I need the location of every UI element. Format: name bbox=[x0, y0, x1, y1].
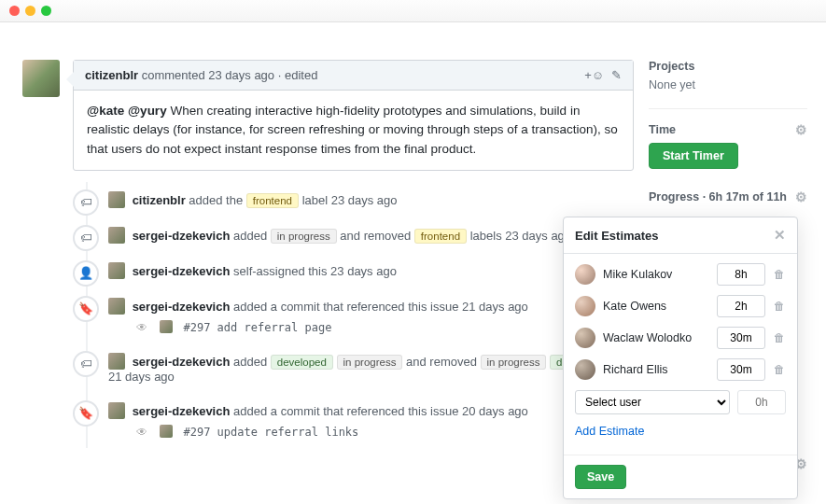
label-pill[interactable]: frontend bbox=[414, 229, 467, 244]
mention[interactable]: @yury bbox=[128, 104, 167, 118]
avatar[interactable] bbox=[575, 328, 595, 348]
time-label: Time bbox=[649, 123, 676, 136]
estimate-input[interactable] bbox=[717, 295, 765, 317]
close-icon[interactable]: ✕ bbox=[774, 227, 786, 244]
timeline-item: 🔖 sergei-dzekevich added a commit that r… bbox=[73, 288, 634, 343]
new-estimate-input[interactable] bbox=[737, 390, 786, 414]
comment-author[interactable]: citizenblr bbox=[85, 68, 138, 82]
window-titlebar bbox=[0, 0, 826, 22]
avatar[interactable] bbox=[108, 402, 125, 419]
estimate-name: Waclaw Wolodko bbox=[603, 331, 709, 344]
edit-estimates-popover: Edit Estimates ✕ Mike Kulakov 🗑 Kate Owe… bbox=[563, 217, 798, 499]
avatar bbox=[160, 425, 173, 438]
estimate-row: Mike Kulakov 🗑 bbox=[575, 263, 786, 286]
label-pill[interactable]: developed bbox=[271, 355, 333, 370]
label-pill[interactable]: in progress bbox=[271, 229, 337, 244]
add-estimate-link[interactable]: Add Estimate bbox=[575, 425, 644, 438]
avatar[interactable] bbox=[108, 191, 125, 208]
commit-reference[interactable]: 👁 #297 update referral links bbox=[108, 419, 634, 439]
person-icon: 👤 bbox=[73, 260, 99, 287]
estimate-row: Waclaw Wolodko 🗑 bbox=[575, 327, 786, 349]
trash-icon[interactable]: 🗑 bbox=[773, 300, 786, 313]
timeline-item: 🏷 sergei-dzekevich added developed in pr… bbox=[73, 343, 634, 393]
comment-author-avatar[interactable] bbox=[22, 60, 60, 97]
avatar[interactable] bbox=[108, 262, 125, 279]
timeline-user[interactable]: sergei-dzekevich bbox=[133, 264, 231, 278]
projects-empty: None yet bbox=[649, 78, 807, 91]
trash-icon[interactable]: 🗑 bbox=[773, 331, 786, 344]
estimate-name: Richard Ellis bbox=[603, 363, 709, 376]
timeline-item: 👤 sergei-dzekevich self-assigned this 23… bbox=[73, 253, 634, 288]
timeline-user[interactable]: sergei-dzekevich bbox=[133, 355, 231, 369]
estimate-input[interactable] bbox=[717, 327, 765, 349]
label-pill[interactable]: in progress bbox=[481, 355, 547, 370]
commit-reference[interactable]: 👁 #297 add referral page bbox=[108, 315, 634, 334]
timeline-item: 🏷 sergei-dzekevich added in progress and… bbox=[73, 217, 634, 253]
estimate-row: Richard Ellis 🗑 bbox=[575, 358, 786, 381]
eye-icon: 👁 bbox=[136, 426, 147, 439]
tag-icon: 🏷 bbox=[73, 189, 99, 216]
timeline-item: 🔖 sergei-dzekevich added a commit that r… bbox=[73, 393, 634, 448]
timeline-user[interactable]: citizenblr bbox=[133, 193, 186, 207]
eye-icon: 👁 bbox=[136, 321, 147, 334]
mention[interactable]: @kate bbox=[87, 104, 124, 118]
start-timer-button[interactable]: Start Timer bbox=[649, 143, 738, 169]
popover-title: Edit Estimates bbox=[575, 229, 659, 243]
timeline-item: 🏷 citizenblr added the frontend label 23… bbox=[73, 182, 634, 217]
avatar bbox=[160, 320, 173, 333]
avatar[interactable] bbox=[108, 227, 125, 244]
avatar[interactable] bbox=[108, 298, 125, 315]
estimate-input[interactable] bbox=[717, 263, 765, 286]
minimize-window-button[interactable] bbox=[25, 6, 35, 16]
avatar[interactable] bbox=[108, 353, 125, 370]
estimate-row: Kate Owens 🗑 bbox=[575, 295, 786, 317]
timeline-user[interactable]: sergei-dzekevich bbox=[133, 229, 231, 243]
bookmark-icon: 🔖 bbox=[73, 296, 99, 322]
add-emoji-icon[interactable]: +☺ bbox=[584, 68, 604, 82]
estimate-input[interactable] bbox=[717, 358, 765, 381]
trash-icon[interactable]: 🗑 bbox=[773, 268, 786, 281]
edit-comment-icon[interactable]: ✎ bbox=[611, 68, 622, 82]
avatar[interactable] bbox=[575, 264, 595, 285]
label-pill[interactable]: frontend bbox=[246, 193, 299, 208]
estimate-name: Mike Kulakov bbox=[603, 268, 709, 281]
avatar[interactable] bbox=[575, 296, 595, 316]
gear-icon[interactable]: ⚙ bbox=[795, 189, 807, 204]
maximize-window-button[interactable] bbox=[41, 6, 51, 16]
save-button[interactable]: Save bbox=[575, 465, 626, 489]
comment-box: citizenblr commented 23 days ago · edite… bbox=[73, 60, 634, 171]
avatar[interactable] bbox=[575, 359, 595, 380]
tag-icon: 🏷 bbox=[73, 351, 99, 377]
trash-icon[interactable]: 🗑 bbox=[773, 363, 786, 376]
comment-meta: citizenblr commented 23 days ago · edite… bbox=[85, 68, 317, 82]
estimate-name: Kate Owens bbox=[603, 300, 709, 313]
progress-label: Progress · 6h 17m of 11h bbox=[649, 190, 787, 203]
timeline-user[interactable]: sergei-dzekevich bbox=[133, 300, 231, 314]
timeline-user[interactable]: sergei-dzekevich bbox=[133, 404, 231, 418]
label-pill[interactable]: in progress bbox=[337, 355, 403, 370]
tag-icon: 🏷 bbox=[73, 225, 99, 251]
comment-body: @kate @yury When creating interactive hi… bbox=[74, 91, 633, 170]
projects-label: Projects bbox=[649, 60, 694, 73]
select-user-dropdown[interactable]: Select user bbox=[575, 390, 730, 414]
bookmark-icon: 🔖 bbox=[73, 400, 99, 427]
gear-icon[interactable]: ⚙ bbox=[795, 122, 807, 137]
close-window-button[interactable] bbox=[9, 6, 20, 16]
